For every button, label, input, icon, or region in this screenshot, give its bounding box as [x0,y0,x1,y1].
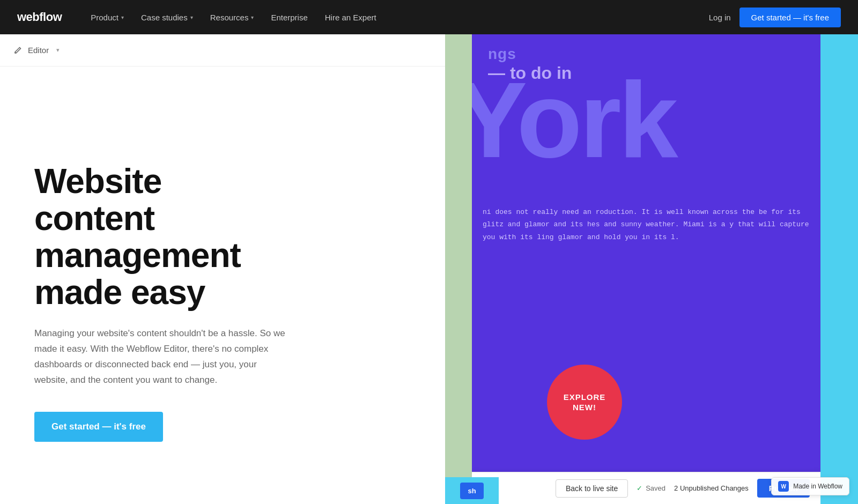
explore-circle-button[interactable]: EXPLORENEW! [547,365,622,440]
nav-product[interactable]: Product ▾ [83,9,131,26]
nav-right: Log in Get started — it's free [709,8,841,27]
editor-toggle[interactable]: Editor ▾ [13,46,60,55]
left-panel: Editor ▾ Website content management made… [0,34,445,504]
get-started-button[interactable]: Get started — it's free [739,8,841,27]
editor-label-text: Editor [28,46,49,55]
webflow-badge-icon: W [778,481,789,492]
hero-section: Website content management made easy Man… [0,66,322,476]
hero-title: Website content management made easy [34,163,287,311]
check-icon: ✓ [637,484,642,492]
login-button[interactable]: Log in [709,13,731,22]
editor-bar: Editor ▾ [0,34,445,66]
made-in-webflow-badge[interactable]: W Made in Webflow [771,477,849,495]
made-in-webflow-label: Made in Webflow [793,483,842,490]
webflow-logo[interactable]: webflow [17,10,62,24]
main-area: Editor ▾ Website content management made… [0,34,858,504]
site-big-york: York [472,66,676,174]
unpublished-badge: 2 Unpublished Changes [674,484,749,492]
editor-chevron-icon: ▾ [56,47,60,54]
website-content: ngs — to do in York ni does not really n… [472,34,820,504]
bottom-strip: sh [445,477,499,504]
hero-subtitle: Managing your website's content shouldn'… [34,326,287,388]
hero-cta-button[interactable]: Get started — it's free [34,412,163,442]
nav-hire-expert[interactable]: Hire an Expert [317,9,384,26]
chevron-down-icon: ▾ [251,14,254,20]
saved-label: Saved [646,484,665,492]
bottom-publish-button[interactable]: sh [460,483,483,499]
right-panel: ngs — to do in York ni does not really n… [445,34,858,504]
nav-resources[interactable]: Resources ▾ [203,9,262,26]
editor-toolbar: Back to live site ✓ Saved 2 Unpublished … [472,472,820,504]
site-body-text: ni does not really need an roduction. It… [483,206,810,243]
navbar: webflow Product ▾ Case studies ▾ Resourc… [0,0,858,34]
chevron-down-icon: ▾ [121,14,124,20]
nav-links: Product ▾ Case studies ▾ Resources ▾ Ent… [83,9,708,26]
saved-indicator: ✓ Saved [637,484,665,492]
nav-enterprise[interactable]: Enterprise [263,9,315,26]
browser-window: ngs — to do in York ni does not really n… [472,34,820,504]
chevron-down-icon: ▾ [190,14,193,20]
edit-icon [13,46,23,55]
explore-label: EXPLORENEW! [564,392,606,413]
nav-case-studies[interactable]: Case studies ▾ [134,9,201,26]
back-to-live-button[interactable]: Back to live site [556,479,628,498]
